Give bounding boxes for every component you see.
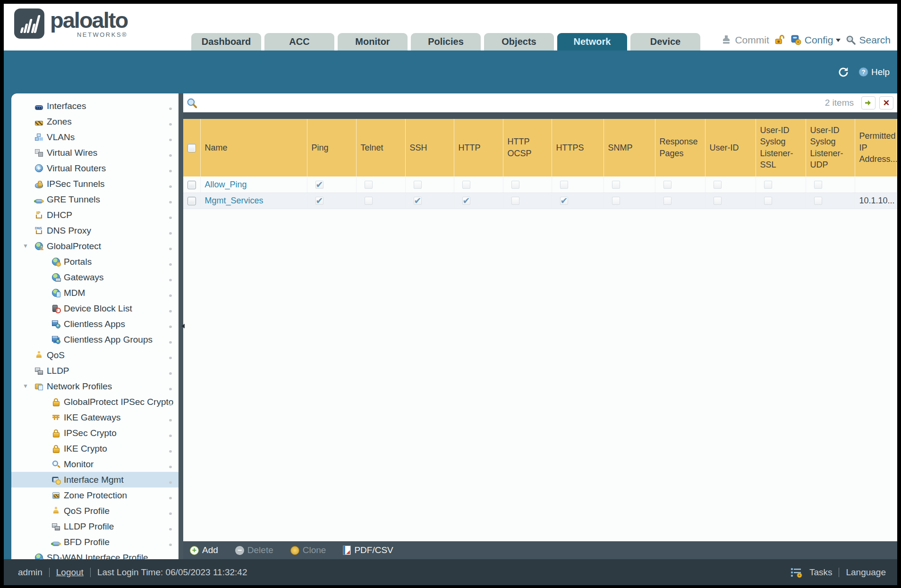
main-row: InterfacesZonesVLANsVirtual WiresVirtual… (4, 93, 897, 559)
sidebar-item-ike-gateways[interactable]: IKE Gateways (11, 410, 178, 425)
help-button[interactable]: ? Help (858, 67, 890, 77)
sidebar-item-label: Device Block List (64, 303, 132, 314)
expander-icon[interactable]: ▼ (23, 383, 28, 389)
row-select-checkbox[interactable] (187, 181, 196, 189)
ssh-checkbox[interactable] (414, 181, 422, 189)
ssh-checkbox[interactable] (414, 197, 422, 205)
ping-checkbox[interactable] (315, 181, 323, 189)
sidebar-item-label: Interfaces (47, 101, 86, 111)
sidebar-item-clientless-app-groups[interactable]: Clientless App Groups (11, 332, 178, 347)
row-select-checkbox[interactable] (187, 197, 196, 205)
lock-icon[interactable] (774, 34, 785, 46)
pdf-icon (343, 546, 351, 555)
sidebar-item-clientless-apps[interactable]: Clientless Apps (11, 316, 178, 332)
tab-acc[interactable]: ACC (264, 33, 334, 50)
http_ocsp-checkbox[interactable] (511, 197, 519, 205)
tab-policies[interactable]: Policies (411, 33, 481, 50)
filter-input[interactable] (202, 98, 821, 108)
pdf-csv-button[interactable]: PDF/CSV (343, 545, 393, 555)
uid_syslog_udp-checkbox[interactable] (814, 197, 822, 205)
https-checkbox[interactable] (560, 181, 568, 189)
logout-link[interactable]: Logout (56, 567, 84, 578)
https-checkbox[interactable] (560, 197, 568, 205)
select-all-checkbox[interactable] (187, 144, 196, 152)
sidebar-item-network-profiles[interactable]: ▼Network Profiles (11, 378, 178, 394)
uid_syslog_ssl-checkbox[interactable] (764, 181, 772, 189)
sidebar-item-bfd-profile[interactable]: BFD Profile (11, 534, 178, 550)
column-header-http-ocsp[interactable]: HTTP OCSP (503, 119, 552, 176)
column-header-telnet[interactable]: Telnet (356, 119, 405, 176)
column-header-uid-syslog-ssl[interactable]: User-ID Syslog Listener-SSL (756, 119, 806, 176)
sidebar-item-gre-tunnels[interactable]: GRE Tunnels (11, 192, 178, 207)
sidebar-item-gateways[interactable]: Gateways (11, 269, 178, 285)
sidebar-item-mdm[interactable]: MDM (11, 285, 178, 301)
sidebar-item-vlans[interactable]: VLANs (11, 129, 178, 145)
column-header-uid-syslog-udp[interactable]: User-ID Syslog Listener-UDP (806, 119, 855, 176)
snmp-checkbox[interactable] (612, 181, 620, 189)
user_id-checkbox[interactable] (714, 197, 722, 205)
column-header-response-pages[interactable]: Response Pages (655, 119, 705, 176)
sidebar-item-device-block-list[interactable]: Device Block List (11, 301, 178, 316)
column-header-ssh[interactable]: SSH (405, 119, 454, 176)
sidebar-item-ike-crypto[interactable]: IKE Crypto (11, 441, 178, 456)
config-menu[interactable]: Config (790, 34, 841, 46)
uid_syslog_udp-checkbox[interactable] (814, 181, 822, 189)
tab-device[interactable]: Device (630, 33, 700, 50)
sidebar-item-virtual-wires[interactable]: Virtual Wires (11, 145, 178, 160)
sidebar-item-qos-profile[interactable]: QoS Profile (11, 503, 178, 519)
ping-cell (307, 193, 356, 209)
apply-filter-button[interactable] (861, 96, 876, 109)
profile-name-link[interactable]: Allow_Ping (205, 180, 247, 189)
column-header-user-id[interactable]: User-ID (705, 119, 756, 176)
sidebar-item-monitor[interactable]: Monitor (11, 456, 178, 472)
http-checkbox[interactable] (462, 197, 470, 205)
sidebar-item-zones[interactable]: Zones (11, 114, 178, 129)
search-menu[interactable]: Search (845, 34, 891, 46)
tab-dashboard[interactable]: Dashboard (191, 33, 261, 50)
telnet-checkbox[interactable] (365, 197, 373, 205)
sidebar-item-lldp[interactable]: LLDP (11, 363, 178, 378)
sidebar-item-sd-wan-interface-profile[interactable]: SD-WAN Interface Profile (11, 550, 178, 559)
response_pages-checkbox[interactable] (663, 197, 672, 205)
profile-name-link[interactable]: Mgmt_Services (205, 196, 264, 205)
clear-filter-button[interactable]: × (879, 96, 893, 109)
sidebar-item-globalprotect-ipsec-crypto[interactable]: GlobalProtect IPSec Crypto (11, 394, 178, 410)
http_ocsp-checkbox[interactable] (511, 181, 519, 189)
sidebar-item-globalprotect[interactable]: ▼GlobalProtect (11, 238, 178, 254)
sidebar-item-lldp-profile[interactable]: LLDP Profile (11, 519, 178, 534)
sidebar-item-ipsec-crypto[interactable]: IPSec Crypto (11, 425, 178, 441)
column-header-snmp[interactable]: SNMP (604, 119, 655, 176)
ping-checkbox[interactable] (315, 197, 323, 205)
tab-network[interactable]: Network (557, 33, 627, 50)
uid_syslog_ssl-checkbox[interactable] (764, 197, 772, 205)
sidebar-item-qos[interactable]: QoS (11, 347, 178, 363)
http-checkbox[interactable] (462, 181, 470, 189)
column-header-http[interactable]: HTTP (454, 119, 503, 176)
sidebar-splitter[interactable] (178, 93, 183, 559)
expander-icon[interactable]: ▼ (23, 243, 28, 249)
column-header-permitted-ip[interactable]: Permitted IP Address... (855, 119, 897, 176)
language-link[interactable]: Language (846, 567, 886, 578)
refresh-icon[interactable] (837, 66, 850, 78)
sidebar-item-virtual-routers[interactable]: Virtual Routers (11, 160, 178, 176)
telnet-checkbox[interactable] (365, 181, 373, 189)
user_id-checkbox[interactable] (714, 181, 722, 189)
tab-objects[interactable]: Objects (484, 33, 554, 50)
commit-button[interactable]: Commit (721, 34, 769, 46)
add-button[interactable]: +Add (190, 545, 218, 555)
sidebar-item-ipsec-tunnels[interactable]: IPSec Tunnels (11, 176, 178, 192)
sidebar-item-interfaces[interactable]: Interfaces (11, 98, 178, 114)
ssh-cell (405, 193, 454, 209)
snmp-checkbox[interactable] (612, 197, 620, 205)
tab-monitor[interactable]: Monitor (338, 33, 408, 50)
response_pages-checkbox[interactable] (663, 181, 672, 189)
tasks-link[interactable]: Tasks (809, 567, 833, 578)
sidebar-item-portals[interactable]: Portals (11, 254, 178, 269)
sidebar-item-dns-proxy[interactable]: DNS Proxy (11, 223, 178, 238)
sidebar-item-interface-mgmt[interactable]: Interface Mgmt (11, 472, 178, 487)
column-header-ping[interactable]: Ping (307, 119, 356, 176)
sidebar-item-dhcp[interactable]: DHCP (11, 207, 178, 223)
column-header-https[interactable]: HTTPS (552, 119, 604, 176)
column-header-name[interactable]: Name (200, 119, 307, 176)
sidebar-item-zone-protection[interactable]: Zone Protection (11, 487, 178, 503)
